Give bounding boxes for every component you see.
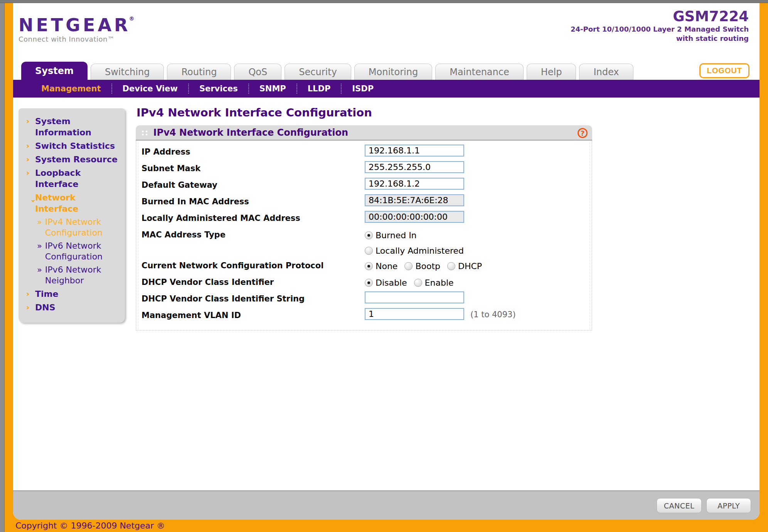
radio-label: Disable (376, 278, 407, 288)
field-label: Burned In MAC Address (141, 194, 365, 206)
chevron-right-icon: › (26, 116, 32, 138)
vlan-range-hint: (1 to 4093) (470, 309, 516, 319)
help-icon[interactable]: ? (578, 128, 588, 138)
window-left-edge (0, 3, 5, 532)
model-name: GSM7224 (571, 8, 749, 25)
radio-label: Locally Administered (376, 246, 464, 256)
field-label: MAC Address Type (141, 227, 365, 239)
tab-index[interactable]: Index (579, 64, 633, 80)
netgear-admin-page: NETGEAR® Connect with Innovation™ GSM722… (13, 3, 760, 520)
tab-system[interactable]: System (21, 62, 88, 80)
sidebar-item-label: Switch Statistics (35, 140, 115, 152)
double-chevron-icon: » (37, 264, 42, 286)
subnav-services[interactable]: Services (189, 84, 248, 93)
burned-in-mac-input (365, 194, 464, 206)
sidebar-item-dns[interactable]: › DNS (22, 301, 122, 314)
field-label: DHCP Vendor Class Identifier (141, 275, 365, 287)
page-title: IPv4 Network Interface Configuration (136, 106, 592, 119)
tab-qos[interactable]: QoS (234, 64, 281, 80)
radio-disable[interactable] (365, 279, 373, 287)
sidebar-item-label: Time (35, 288, 58, 300)
tab-maintenance[interactable]: Maintenance (435, 64, 524, 80)
cancel-button[interactable]: CANCEL (657, 498, 702, 513)
section-title: IPv4 Network Interface Configuration (153, 127, 349, 138)
tab-monitoring[interactable]: Monitoring (354, 64, 432, 80)
form-row-management-vlan-id: Management VLAN ID (1 to 4093) (141, 308, 592, 325)
netgear-logo: NETGEAR® (19, 9, 137, 34)
registered-mark: ® (129, 15, 137, 22)
brand-block: NETGEAR® Connect with Innovation™ (19, 9, 137, 43)
chevron-right-icon: › (26, 167, 32, 190)
chevron-right-icon: › (26, 288, 32, 300)
tab-help[interactable]: Help (527, 64, 576, 80)
brand-tagline: Connect with Innovation™ (19, 35, 137, 43)
main-tab-bar: System Switching Routing QoS Security Mo… (13, 62, 760, 80)
management-vlan-id-input[interactable] (365, 308, 464, 320)
radio-label: DHCP (458, 261, 482, 271)
sidebar-item-ipv6-network-neighbor[interactable]: » IPv6 Network Neighbor (22, 263, 122, 287)
form-row-subnet-mask: Subnet Mask (141, 161, 592, 178)
form-row-dhcp-vendor-class-identifier-string: DHCP Vendor Class Identifier String (141, 291, 592, 308)
dhcp-vendor-class-string-input[interactable] (365, 291, 464, 303)
form-row-mac-address-type: MAC Address Type Burned In Locally Admin… (141, 227, 592, 258)
sidebar-item-label: Network Interface (35, 192, 120, 214)
sidebar-item-label: System Information (35, 116, 120, 138)
double-chevron-icon: » (37, 217, 42, 238)
tab-routing[interactable]: Routing (167, 64, 231, 80)
subnav-isdp[interactable]: ISDP (342, 84, 384, 93)
subnav-management[interactable]: Management (31, 84, 111, 93)
window-top-edge (0, 0, 768, 3)
main-panel: IPv4 Network Interface Configuration :: … (136, 106, 592, 330)
model-description-line1: 24-Port 10/100/1000 Layer 2 Managed Swit… (571, 25, 749, 34)
subnet-mask-input[interactable] (365, 161, 464, 173)
tab-switching[interactable]: Switching (91, 64, 164, 80)
browser-viewport: NETGEAR® Connect with Innovation™ GSM722… (0, 0, 768, 532)
form-row-default-gateway: Default Gateway (141, 178, 592, 194)
logout-button[interactable]: LOGOUT (699, 63, 749, 78)
field-label: Locally Administered MAC Address (141, 211, 365, 223)
radio-label: Enable (425, 278, 454, 288)
subnav-snmp[interactable]: SNMP (249, 84, 296, 93)
sidebar-item-label: IPv4 Network Configuration (45, 217, 120, 238)
subnav-device-view[interactable]: Device View (112, 84, 188, 93)
sidebar-navigation: › System Information › Switch Statistics… (19, 108, 125, 323)
subnav-lldp[interactable]: LLDP (297, 84, 341, 93)
double-chevron-icon: » (37, 241, 42, 262)
sidebar-item-ipv4-network-configuration[interactable]: » IPv4 Network Configuration (22, 215, 122, 239)
radio-enable[interactable] (414, 279, 422, 287)
sidebar-item-time[interactable]: › Time (22, 287, 122, 301)
chevron-down-icon: › (17, 199, 39, 205)
locally-administered-mac-input (365, 211, 464, 223)
radio-bootp[interactable] (404, 262, 413, 270)
radio-none[interactable] (365, 262, 373, 270)
radio-label: None (376, 261, 397, 271)
apply-button[interactable]: APPLY (706, 498, 751, 513)
sidebar-item-network-interface[interactable]: › Network Interface (22, 191, 122, 215)
radio-burned-in[interactable] (365, 231, 373, 239)
netgear-logo-text: NETGEAR (19, 15, 131, 35)
ip-address-input[interactable] (365, 145, 464, 157)
form-row-burned-in-mac: Burned In MAC Address (141, 194, 592, 211)
sidebar-item-loopback-interface[interactable]: › Loopback Interface (22, 166, 122, 191)
sidebar-item-switch-statistics[interactable]: › Switch Statistics (22, 139, 122, 153)
sidebar-item-label: System Resource (35, 154, 118, 165)
sidebar-item-system-information[interactable]: › System Information (22, 114, 122, 139)
sidebar-item-system-resource[interactable]: › System Resource (22, 153, 122, 166)
tab-security[interactable]: Security (285, 64, 351, 80)
sidebar-item-ipv6-network-configuration[interactable]: » IPv6 Network Configuration (22, 239, 122, 263)
form-area: IP Address Subnet Mask Default Gateway (136, 141, 592, 330)
field-label: Subnet Mask (141, 161, 365, 173)
copyright-text: Copyright © 1996-2009 Netgear ® (15, 520, 165, 531)
radio-locally-administered[interactable] (365, 247, 373, 255)
content-area: › System Information › Switch Statistics… (13, 98, 760, 490)
default-gateway-input[interactable] (365, 178, 464, 190)
radio-dhcp[interactable] (447, 262, 455, 270)
sub-nav-bar: Management Device View Services SNMP LLD… (13, 80, 760, 98)
field-label: IP Address (141, 145, 365, 157)
sidebar-item-label: IPv6 Network Configuration (45, 241, 120, 262)
page-header: NETGEAR® Connect with Innovation™ GSM722… (13, 3, 760, 62)
field-label: Current Network Configuration Protocol (141, 258, 365, 270)
form-row-locally-administered-mac: Locally Administered MAC Address (141, 211, 592, 227)
section-header-bar: :: IPv4 Network Interface Configuration … (136, 125, 592, 141)
sidebar-item-label: IPv6 Network Neighbor (45, 264, 120, 286)
